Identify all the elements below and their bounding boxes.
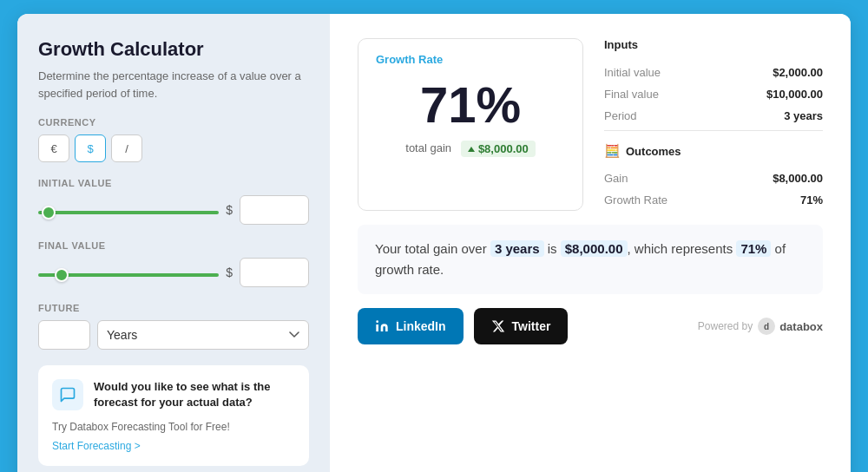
triangle-up-icon [468, 147, 475, 152]
left-panel: Growth Calculator Determine the percenta… [17, 14, 330, 472]
currency-selector: € $ / [38, 134, 309, 162]
future-row: 3 Years Months Days [38, 320, 309, 350]
linkedin-button[interactable]: LinkedIn [358, 308, 464, 344]
currency-label: CURRENCY [38, 117, 309, 128]
cta-title: Would you like to see what is the foreca… [94, 379, 295, 410]
initial-value-slider[interactable] [38, 211, 219, 214]
currency-euro-btn[interactable]: € [38, 134, 69, 162]
row-label: Gain [604, 167, 727, 189]
table-row: Gain$8,000.00 [604, 167, 823, 189]
row-value: 71% [727, 189, 823, 211]
twitter-icon [491, 319, 505, 333]
inputs-summary: Inputs Initial value$2,000.00Final value… [604, 38, 823, 211]
currency-dollar-btn[interactable]: $ [75, 134, 106, 162]
panel-description: Determine the percentage increase of a v… [38, 68, 309, 102]
row-label: Period [604, 105, 713, 127]
svg-rect-0 [376, 324, 378, 331]
currency-group: CURRENCY € $ / [38, 117, 309, 162]
final-value-group: FINAL VALUE $ 10000 [38, 240, 309, 287]
outcomes-icon: 🧮 [604, 143, 621, 159]
cta-icon [52, 379, 83, 410]
cta-subtitle: Try Databox Forecasting Tool for Free! [52, 421, 295, 433]
gain-value: $8,000.00 [461, 141, 536, 157]
databox-label: databox [779, 320, 823, 333]
desc-mid1: is [544, 241, 561, 256]
right-top: Growth Rate 71% total gain $8,000.00 Inp… [358, 38, 823, 211]
bottom-bar: LinkedIn Twitter Powered by d databox [358, 308, 823, 344]
future-group: FUTURE 3 Years Months Days [38, 303, 309, 350]
row-value: $10,000.00 [713, 83, 823, 105]
years-select[interactable]: Years Months Days [97, 320, 309, 350]
growth-percent: 71% [376, 80, 565, 130]
cta-box: Would you like to see what is the foreca… [38, 365, 309, 466]
cta-top: Would you like to see what is the foreca… [52, 379, 295, 410]
final-value-row: $ 10000 [38, 258, 309, 287]
powered-by-text: Powered by [698, 320, 753, 332]
desc-mid2: , which represents [628, 241, 737, 256]
final-value-slider-wrapper [38, 265, 219, 280]
databox-logo: d databox [758, 318, 823, 335]
initial-value-label: INITIAL VALUE [38, 178, 309, 188]
row-label: Initial value [604, 62, 713, 83]
currency-slash-btn[interactable]: / [111, 134, 142, 162]
final-value-label: FINAL VALUE [38, 240, 309, 251]
start-forecasting-link[interactable]: Start Forecasting > [52, 440, 295, 452]
final-dollar-sign: $ [226, 266, 233, 279]
table-row: Initial value$2,000.00 [604, 62, 823, 83]
row-value: $8,000.00 [727, 167, 823, 189]
outcomes-heading: 🧮 Outcomes [604, 143, 823, 159]
divider [604, 130, 823, 131]
row-label: Growth Rate [604, 189, 727, 211]
desc-highlight2: $8,000.00 [561, 240, 628, 257]
growth-card: Growth Rate 71% total gain $8,000.00 [358, 38, 583, 211]
future-label: FUTURE [38, 303, 309, 313]
description-text: Your total gain over 3 years is $8,000.0… [358, 225, 823, 294]
table-row: Growth Rate71% [604, 189, 823, 211]
initial-value-row: $ 2000 [38, 195, 309, 225]
future-num-input[interactable]: 3 [38, 320, 90, 350]
outcomes-table: Gain$8,000.00Growth Rate71% [604, 167, 823, 211]
main-container: Growth Calculator Determine the percenta… [17, 14, 851, 472]
linkedin-label: LinkedIn [396, 319, 446, 333]
powered-by: Powered by d databox [698, 318, 823, 335]
linkedin-icon [375, 319, 389, 333]
svg-point-1 [376, 320, 378, 323]
right-panel: Growth Rate 71% total gain $8,000.00 Inp… [330, 14, 851, 472]
initial-value-group: INITIAL VALUE $ 2000 [38, 178, 309, 225]
row-value: $2,000.00 [713, 62, 823, 83]
inputs-table: Initial value$2,000.00Final value$10,000… [604, 62, 823, 127]
growth-card-title: Growth Rate [376, 53, 565, 66]
panel-title: Growth Calculator [38, 38, 309, 61]
table-row: Final value$10,000.00 [604, 83, 823, 105]
initial-value-slider-wrapper [38, 202, 219, 218]
outcomes-heading-text: Outcomes [626, 145, 681, 158]
initial-dollar-sign: $ [226, 203, 233, 217]
gain-label: total gain [405, 141, 451, 154]
row-label: Final value [604, 83, 713, 105]
gain-amount: $8,000.00 [478, 142, 529, 155]
initial-value-input[interactable]: 2000 [240, 195, 309, 225]
desc-highlight3: 71% [736, 240, 771, 257]
growth-gain: total gain $8,000.00 [376, 141, 565, 157]
table-row: Period3 years [604, 105, 823, 127]
inputs-heading: Inputs [604, 38, 823, 51]
cta-text: Would you like to see what is the foreca… [94, 379, 295, 410]
final-value-slider[interactable] [38, 273, 219, 277]
databox-icon: d [758, 318, 775, 335]
twitter-label: Twitter [512, 319, 551, 333]
row-value: 3 years [713, 105, 823, 127]
desc-pre1: Your total gain over [375, 241, 490, 256]
desc-highlight1: 3 years [490, 240, 544, 257]
twitter-button[interactable]: Twitter [474, 308, 569, 344]
final-value-input[interactable]: 10000 [240, 258, 309, 287]
